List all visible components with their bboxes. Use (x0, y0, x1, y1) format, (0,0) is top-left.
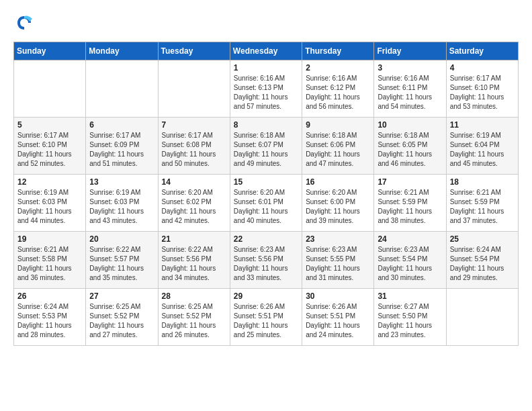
day-info: Sunrise: 6:18 AM Sunset: 6:06 PM Dayligh… (306, 131, 370, 169)
calendar-day-cell: 20Sunrise: 6:22 AM Sunset: 5:57 PM Dayli… (86, 232, 158, 289)
day-info: Sunrise: 6:18 AM Sunset: 6:07 PM Dayligh… (234, 131, 298, 169)
page-header (13, 13, 519, 35)
calendar-day-cell: 17Sunrise: 6:21 AM Sunset: 5:59 PM Dayli… (374, 175, 446, 232)
day-number: 17 (378, 177, 442, 187)
calendar-day-cell: 4Sunrise: 6:17 AM Sunset: 6:10 PM Daylig… (446, 60, 518, 118)
day-number: 20 (89, 234, 154, 244)
day-number: 6 (89, 120, 154, 130)
day-number: 2 (306, 63, 370, 73)
weekday-header-saturday: Saturday (446, 42, 518, 60)
day-info: Sunrise: 6:18 AM Sunset: 6:05 PM Dayligh… (378, 131, 442, 169)
day-info: Sunrise: 6:24 AM Sunset: 5:54 PM Dayligh… (450, 245, 515, 283)
day-info: Sunrise: 6:19 AM Sunset: 6:03 PM Dayligh… (89, 188, 154, 226)
day-number: 3 (378, 63, 442, 73)
calendar-week-row: 26Sunrise: 6:24 AM Sunset: 5:53 PM Dayli… (14, 289, 519, 346)
calendar-header-row: SundayMondayTuesdayWednesdayThursdayFrid… (14, 42, 519, 60)
day-number: 5 (17, 120, 82, 130)
day-info: Sunrise: 6:16 AM Sunset: 6:11 PM Dayligh… (378, 74, 442, 111)
day-info: Sunrise: 6:23 AM Sunset: 5:55 PM Dayligh… (306, 245, 370, 283)
weekday-header-sunday: Sunday (14, 42, 86, 60)
calendar-day-cell: 18Sunrise: 6:21 AM Sunset: 5:59 PM Dayli… (446, 175, 518, 232)
calendar-day-cell: 12Sunrise: 6:19 AM Sunset: 6:03 PM Dayli… (14, 175, 86, 232)
day-info: Sunrise: 6:22 AM Sunset: 5:57 PM Dayligh… (89, 245, 154, 283)
day-info: Sunrise: 6:17 AM Sunset: 6:10 PM Dayligh… (450, 74, 515, 111)
calendar-table: SundayMondayTuesdayWednesdayThursdayFrid… (13, 42, 519, 346)
day-number: 30 (306, 291, 370, 301)
day-info: Sunrise: 6:20 AM Sunset: 6:02 PM Dayligh… (162, 188, 226, 226)
calendar-day-cell (14, 60, 86, 118)
day-number: 14 (162, 177, 226, 187)
calendar-day-cell: 27Sunrise: 6:25 AM Sunset: 5:52 PM Dayli… (86, 289, 158, 346)
day-info: Sunrise: 6:27 AM Sunset: 5:50 PM Dayligh… (378, 302, 442, 340)
day-number: 31 (378, 291, 442, 301)
calendar-day-cell: 9Sunrise: 6:18 AM Sunset: 6:06 PM Daylig… (302, 118, 374, 175)
day-info: Sunrise: 6:24 AM Sunset: 5:53 PM Dayligh… (17, 302, 82, 340)
calendar-day-cell: 15Sunrise: 6:20 AM Sunset: 6:01 PM Dayli… (230, 175, 302, 232)
calendar-day-cell: 2Sunrise: 6:16 AM Sunset: 6:12 PM Daylig… (302, 60, 374, 118)
day-info: Sunrise: 6:23 AM Sunset: 5:56 PM Dayligh… (234, 245, 298, 283)
calendar-day-cell: 14Sunrise: 6:20 AM Sunset: 6:02 PM Dayli… (158, 175, 230, 232)
calendar-day-cell: 26Sunrise: 6:24 AM Sunset: 5:53 PM Dayli… (14, 289, 86, 346)
calendar-day-cell (158, 60, 230, 118)
day-number: 23 (306, 234, 370, 244)
day-number: 13 (89, 177, 154, 187)
calendar-day-cell: 13Sunrise: 6:19 AM Sunset: 6:03 PM Dayli… (86, 175, 158, 232)
calendar-day-cell: 25Sunrise: 6:24 AM Sunset: 5:54 PM Dayli… (446, 232, 518, 289)
day-info: Sunrise: 6:17 AM Sunset: 6:10 PM Dayligh… (17, 131, 82, 169)
day-info: Sunrise: 6:23 AM Sunset: 5:54 PM Dayligh… (378, 245, 442, 283)
weekday-header-tuesday: Tuesday (158, 42, 230, 60)
logo-icon (13, 13, 35, 35)
calendar-day-cell: 6Sunrise: 6:17 AM Sunset: 6:09 PM Daylig… (86, 118, 158, 175)
calendar-day-cell (446, 289, 518, 346)
day-number: 19 (17, 234, 82, 244)
calendar-day-cell: 3Sunrise: 6:16 AM Sunset: 6:11 PM Daylig… (374, 60, 446, 118)
day-number: 16 (306, 177, 370, 187)
day-info: Sunrise: 6:22 AM Sunset: 5:56 PM Dayligh… (162, 245, 226, 283)
calendar-day-cell: 28Sunrise: 6:25 AM Sunset: 5:52 PM Dayli… (158, 289, 230, 346)
logo (13, 13, 38, 35)
day-info: Sunrise: 6:16 AM Sunset: 6:12 PM Dayligh… (306, 74, 370, 111)
day-info: Sunrise: 6:25 AM Sunset: 5:52 PM Dayligh… (162, 302, 226, 340)
day-number: 29 (234, 291, 298, 301)
day-info: Sunrise: 6:17 AM Sunset: 6:09 PM Dayligh… (89, 131, 154, 169)
calendar-week-row: 5Sunrise: 6:17 AM Sunset: 6:10 PM Daylig… (14, 118, 519, 175)
day-number: 27 (89, 291, 154, 301)
day-number: 26 (17, 291, 82, 301)
day-number: 21 (162, 234, 226, 244)
calendar-day-cell: 29Sunrise: 6:26 AM Sunset: 5:51 PM Dayli… (230, 289, 302, 346)
calendar-day-cell: 16Sunrise: 6:20 AM Sunset: 6:00 PM Dayli… (302, 175, 374, 232)
day-info: Sunrise: 6:19 AM Sunset: 6:04 PM Dayligh… (450, 131, 515, 169)
calendar-day-cell (86, 60, 158, 118)
day-info: Sunrise: 6:20 AM Sunset: 6:01 PM Dayligh… (234, 188, 298, 226)
calendar-day-cell: 11Sunrise: 6:19 AM Sunset: 6:04 PM Dayli… (446, 118, 518, 175)
day-number: 18 (450, 177, 515, 187)
calendar-day-cell: 24Sunrise: 6:23 AM Sunset: 5:54 PM Dayli… (374, 232, 446, 289)
calendar-day-cell: 1Sunrise: 6:16 AM Sunset: 6:13 PM Daylig… (230, 60, 302, 118)
calendar-day-cell: 19Sunrise: 6:21 AM Sunset: 5:58 PM Dayli… (14, 232, 86, 289)
day-info: Sunrise: 6:26 AM Sunset: 5:51 PM Dayligh… (306, 302, 370, 340)
weekday-header-friday: Friday (374, 42, 446, 60)
day-info: Sunrise: 6:25 AM Sunset: 5:52 PM Dayligh… (89, 302, 154, 340)
day-number: 4 (450, 63, 515, 73)
day-info: Sunrise: 6:17 AM Sunset: 6:08 PM Dayligh… (162, 131, 226, 169)
calendar-day-cell: 5Sunrise: 6:17 AM Sunset: 6:10 PM Daylig… (14, 118, 86, 175)
weekday-header-wednesday: Wednesday (230, 42, 302, 60)
calendar-week-row: 19Sunrise: 6:21 AM Sunset: 5:58 PM Dayli… (14, 232, 519, 289)
day-number: 12 (17, 177, 82, 187)
day-info: Sunrise: 6:21 AM Sunset: 5:59 PM Dayligh… (450, 188, 515, 226)
day-info: Sunrise: 6:20 AM Sunset: 6:00 PM Dayligh… (306, 188, 370, 226)
calendar-day-cell: 31Sunrise: 6:27 AM Sunset: 5:50 PM Dayli… (374, 289, 446, 346)
weekday-header-monday: Monday (86, 42, 158, 60)
day-number: 9 (306, 120, 370, 130)
day-info: Sunrise: 6:19 AM Sunset: 6:03 PM Dayligh… (17, 188, 82, 226)
day-number: 15 (234, 177, 298, 187)
day-number: 28 (162, 291, 226, 301)
day-info: Sunrise: 6:16 AM Sunset: 6:13 PM Dayligh… (234, 74, 298, 111)
calendar-day-cell: 10Sunrise: 6:18 AM Sunset: 6:05 PM Dayli… (374, 118, 446, 175)
day-number: 7 (162, 120, 226, 130)
calendar-day-cell: 7Sunrise: 6:17 AM Sunset: 6:08 PM Daylig… (158, 118, 230, 175)
day-number: 11 (450, 120, 515, 130)
day-number: 22 (234, 234, 298, 244)
calendar-day-cell: 22Sunrise: 6:23 AM Sunset: 5:56 PM Dayli… (230, 232, 302, 289)
calendar-day-cell: 23Sunrise: 6:23 AM Sunset: 5:55 PM Dayli… (302, 232, 374, 289)
